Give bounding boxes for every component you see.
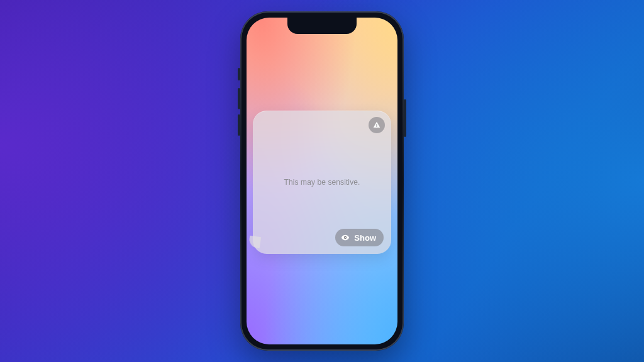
show-button[interactable]: Show xyxy=(335,229,384,246)
svg-rect-0 xyxy=(376,124,377,126)
ring-silent-switch xyxy=(238,68,240,80)
eye-icon xyxy=(340,233,350,243)
svg-point-3 xyxy=(345,237,346,238)
display-notch xyxy=(287,18,357,34)
volume-down-button xyxy=(238,114,240,136)
volume-up-button xyxy=(238,88,240,109)
svg-point-1 xyxy=(376,126,377,127)
iphone-screen: This may be sensitive. Show xyxy=(247,18,397,344)
promo-background: This may be sensitive. Show xyxy=(0,0,644,362)
iphone-frame: This may be sensitive. Show xyxy=(240,11,404,351)
sensitive-content-card: This may be sensitive. Show xyxy=(253,111,391,254)
message-bubble-tail xyxy=(248,236,261,248)
warning-badge[interactable] xyxy=(369,117,385,133)
warning-triangle-icon xyxy=(372,121,381,129)
show-button-label: Show xyxy=(354,233,376,243)
side-power-button xyxy=(404,99,406,137)
sensitive-content-message: This may be sensitive. xyxy=(253,178,391,187)
